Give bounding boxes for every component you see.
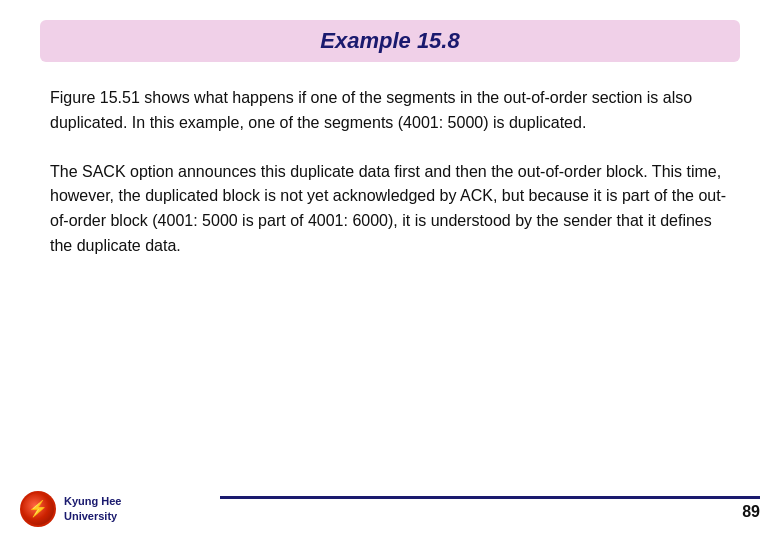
paragraph-1: Figure 15.51 shows what happens if one o… (50, 86, 730, 136)
slide-title: Example 15.8 (320, 28, 459, 53)
title-bar: Example 15.8 (40, 20, 740, 62)
university-logo: ⚡ (20, 491, 56, 527)
footer-line (220, 496, 760, 499)
paragraph-2: The SACK option announces this duplicate… (50, 160, 730, 259)
slide-container: Example 15.8 Figure 15.51 shows what hap… (0, 0, 780, 540)
logo-symbol: ⚡ (28, 499, 48, 518)
content-area: Figure 15.51 shows what happens if one o… (40, 86, 740, 259)
page-number: 89 (742, 503, 760, 521)
university-name: Kyung Hee University (64, 494, 121, 523)
footer: ⚡ Kyung Hee University 89 (0, 485, 780, 540)
logo-inner: ⚡ (22, 493, 54, 525)
footer-right: 89 (220, 496, 760, 521)
logo-area: ⚡ Kyung Hee University (20, 491, 121, 527)
